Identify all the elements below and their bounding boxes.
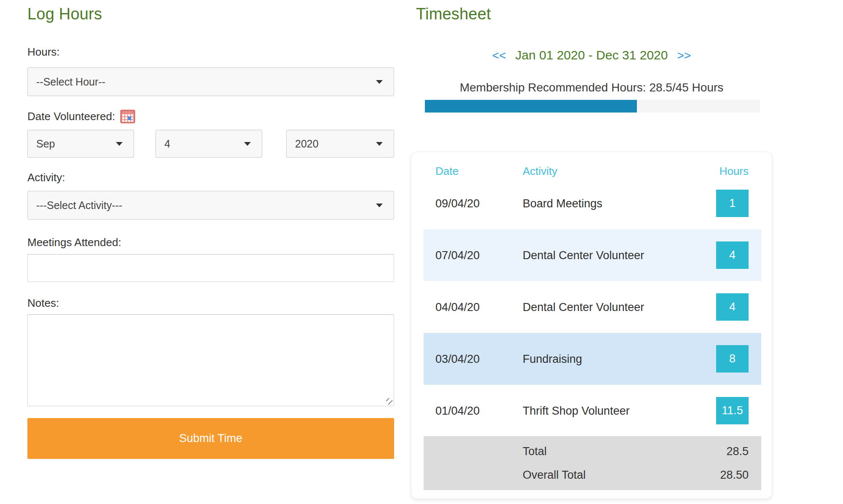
timesheet-title: Timesheet	[416, 5, 491, 23]
timesheet-row: 04/04/20 Dental Center Volunteer 4	[424, 281, 761, 333]
day-select[interactable]: 4	[156, 130, 262, 158]
timesheet-row: 01/04/20 Thrift Shop Volunteer 11.5	[424, 385, 761, 437]
resize-handle[interactable]	[386, 398, 392, 405]
chevron-down-icon	[376, 142, 383, 146]
hours-select-value: --Select Hour--	[36, 76, 105, 88]
log-hours-panel: Log Hours Hours: --Select Hour-- Date Vo…	[27, 0, 394, 504]
row-activity: Thrift Shop Volunteer	[523, 404, 630, 417]
overall-total-value: 28.50	[720, 469, 749, 482]
month-select-value: Sep	[36, 138, 55, 150]
total-row: Total 28.5	[424, 440, 761, 463]
chevron-down-icon	[376, 204, 383, 207]
timesheet-rows: 09/04/20 Board Meetings 1 07/04/20 Denta…	[411, 177, 773, 437]
date-column-header: Date	[435, 165, 459, 178]
row-activity: Fundraising	[523, 352, 582, 365]
row-activity: Board Meetings	[523, 197, 602, 210]
meetings-attended-label: Meetings Attended:	[27, 236, 121, 249]
hours-badge: 11.5	[716, 397, 749, 424]
meetings-attended-input[interactable]	[27, 254, 394, 282]
month-select[interactable]: Sep	[27, 130, 134, 158]
overall-total-row: Overall Total 28.50	[424, 463, 761, 487]
hours-select[interactable]: --Select Hour--	[27, 67, 394, 96]
hours-label: Hours:	[27, 46, 60, 59]
timesheet-row: 03/04/20 Fundraising 8	[424, 333, 761, 385]
hours-badge: 4	[716, 293, 749, 321]
activity-select[interactable]: ---Select Activity---	[27, 191, 394, 220]
activity-label: Activity:	[27, 171, 65, 184]
calendar-icon[interactable]	[120, 110, 135, 123]
chevron-down-icon	[116, 142, 123, 146]
volunteer-hours-page: Log Hours Hours: --Select Hour-- Date Vo…	[0, 0, 843, 504]
timesheet-card: Date Activity Hours 09/04/20 Board Meeti…	[411, 152, 772, 499]
notes-label: Notes:	[27, 297, 59, 310]
hours-badge: 1	[716, 190, 749, 217]
timesheet-row: 07/04/20 Dental Center Volunteer 4	[424, 229, 761, 281]
previous-period-link[interactable]: <<	[492, 49, 506, 62]
hours-badge: 4	[716, 241, 749, 269]
total-label: Total	[523, 445, 547, 458]
totals-section: Total 28.5 Overall Total 28.50	[424, 436, 761, 490]
row-date: 09/04/20	[435, 197, 480, 210]
row-activity: Dental Center Volunteer	[523, 300, 644, 314]
year-select-value: 2020	[295, 138, 319, 150]
membership-hours-text: Membership Recommended Hours: 28.5/45 Ho…	[411, 81, 772, 94]
timesheet-panel: Timesheet <<Jan 01 2020 - Dec 31 2020>> …	[411, 0, 772, 504]
period-navigation: <<Jan 01 2020 - Dec 31 2020>>	[411, 48, 772, 62]
hours-progress-fill	[425, 100, 637, 113]
overall-total-label: Overall Total	[523, 469, 586, 482]
notes-textarea[interactable]	[27, 314, 394, 406]
activity-select-value: ---Select Activity---	[36, 199, 122, 212]
timesheet-row: 09/04/20 Board Meetings 1	[424, 177, 761, 229]
row-date: 03/04/20	[435, 352, 480, 365]
activity-column-header: Activity	[523, 165, 557, 178]
row-date: 01/04/20	[435, 404, 480, 417]
hours-progress-bar	[425, 100, 760, 113]
row-date: 07/04/20	[435, 249, 480, 262]
next-period-link[interactable]: >>	[677, 49, 691, 62]
date-volunteered-row: Date Volunteered:	[27, 110, 135, 123]
notes-field-wrap	[27, 314, 394, 406]
day-select-value: 4	[164, 138, 170, 150]
hours-column-header: Hours	[720, 165, 749, 178]
period-range-label: Jan 01 2020 - Dec 31 2020	[515, 48, 668, 62]
hours-badge: 8	[716, 345, 749, 373]
date-volunteered-label: Date Volunteered:	[27, 110, 115, 123]
submit-time-button[interactable]: Submit Time	[27, 418, 394, 459]
row-date: 04/04/20	[435, 300, 480, 314]
total-value: 28.5	[726, 445, 749, 458]
year-select[interactable]: 2020	[286, 130, 394, 158]
chevron-down-icon	[244, 142, 251, 146]
chevron-down-icon	[376, 80, 383, 84]
log-hours-title: Log Hours	[27, 5, 102, 23]
row-activity: Dental Center Volunteer	[523, 249, 644, 262]
